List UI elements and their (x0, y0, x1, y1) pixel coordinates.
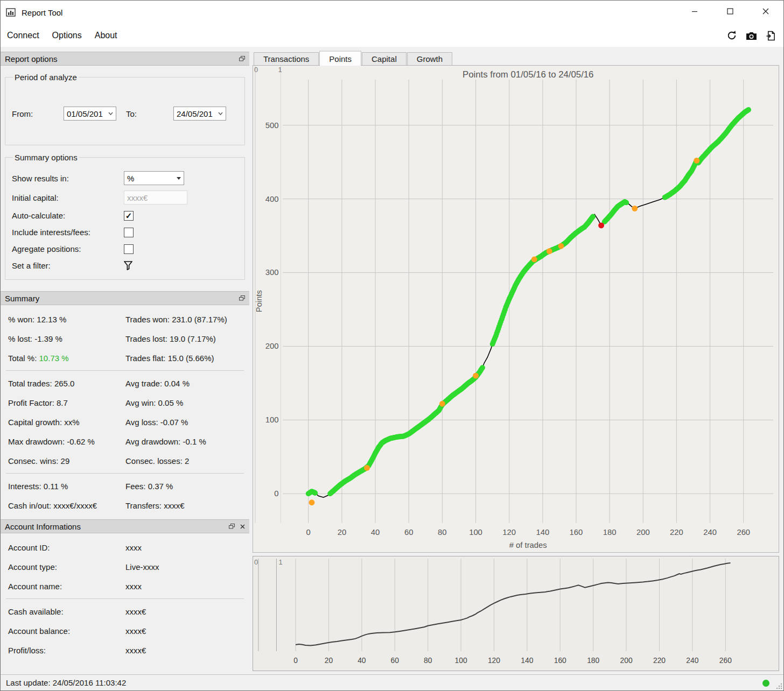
menu-bar: ConnectOptionsAbout (1, 24, 783, 47)
include-interests-label: Include interests/fees: (12, 228, 124, 237)
window-title: Report Tool (22, 8, 62, 17)
summary-left-cell: Profit Factor: 8.7 (8, 398, 125, 407)
close-icon[interactable] (240, 524, 245, 529)
svg-text:300: 300 (265, 268, 279, 277)
summary-left-cell: Cash in/out: xxxx€/xxxx€ (8, 501, 125, 510)
menu-toolbar (726, 30, 783, 41)
summary-row: Total trades: 265.0Avg trade: 0.04 % (1, 373, 249, 393)
app-icon (6, 7, 17, 18)
account-value: xxxx (125, 582, 249, 591)
screenshot-button[interactable] (746, 31, 757, 40)
set-filter-label: Set a filter: (12, 261, 124, 270)
account-value: xxxx€ (125, 646, 249, 655)
menu-options[interactable]: Options (46, 31, 88, 40)
refresh-button[interactable] (726, 30, 737, 41)
svg-text:260: 260 (737, 528, 750, 537)
auto-calculate-checkbox[interactable] (124, 211, 134, 221)
points-chart: 0204060801001201401601802002202402600100… (253, 66, 779, 552)
account-label: Account name: (8, 582, 125, 591)
show-results-row: Show results in: % (12, 168, 238, 188)
summary-row: Total %: 10.73 %Trades flat: 15.0 (5.66%… (1, 348, 249, 368)
svg-text:1: 1 (278, 558, 282, 566)
auto-calculate-label: Auto-calculate: (12, 211, 124, 220)
to-label: To: (126, 109, 173, 118)
auto-calculate-row: Auto-calculate: (12, 207, 238, 224)
svg-text:0: 0 (254, 66, 258, 74)
initial-capital-label: Initial capital: (12, 193, 124, 202)
app-window: Report Tool ConnectOptionsAbout (0, 0, 784, 691)
overview-navigator-panel[interactable]: 02040608010012014016018020022024026001 (253, 556, 779, 671)
svg-text:40: 40 (371, 528, 380, 537)
tab-transactions[interactable]: Transactions (254, 52, 319, 65)
summary-options-groupbox: Summary options Show results in: % Initi… (5, 153, 245, 280)
svg-text:140: 140 (536, 528, 549, 537)
separator (6, 473, 244, 474)
include-interests-checkbox[interactable] (124, 228, 134, 237)
menu-connect[interactable]: Connect (1, 31, 46, 40)
summary-left-cell: Max drawdown: -0.62 % (8, 437, 125, 446)
title-bar: Report Tool (1, 1, 783, 24)
float-icon[interactable] (239, 295, 245, 301)
svg-text:Points: Points (255, 290, 263, 312)
tab-points[interactable]: Points (319, 51, 361, 66)
svg-text:20: 20 (338, 528, 346, 537)
agregate-positions-checkbox[interactable] (124, 244, 134, 254)
overview-navigator-chart[interactable]: 02040608010012014016018020022024026001 (253, 556, 779, 671)
svg-text:0: 0 (274, 489, 278, 498)
svg-text:80: 80 (424, 656, 432, 665)
summary-right-cell: Trades won: 231.0 (87.17%) (125, 315, 249, 324)
svg-text:0: 0 (293, 656, 298, 665)
float-icon[interactable] (229, 524, 235, 529)
to-date-select[interactable]: 24/05/201 (173, 107, 226, 121)
summary-left-cell: Capital growth: xx% (8, 418, 125, 427)
account-row: Account balance:xxxx€ (1, 621, 249, 640)
svg-text:# of trades: # of trades (509, 541, 547, 549)
filter-button[interactable] (124, 261, 132, 270)
summary-row: Max drawdown: -0.62 %Avg drawdown: -0.1 … (1, 432, 249, 451)
from-date-select[interactable]: 01/05/201 (64, 107, 116, 121)
export-button[interactable] (766, 31, 776, 41)
summary-section: % won: 12.13 %Trades won: 231.0 (87.17%)… (1, 305, 249, 515)
svg-text:200: 200 (620, 656, 633, 665)
separator (6, 370, 244, 371)
left-panel: Report options Period of analyze From: 0… (1, 47, 249, 674)
summary-right-cell: Trades lost: 19.0 (7.17%) (125, 334, 249, 343)
account-info-title: Account Informations (5, 522, 229, 531)
tab-capital[interactable]: Capital (362, 52, 407, 65)
svg-text:500: 500 (265, 121, 279, 130)
maximize-icon (727, 8, 733, 15)
resize-grip[interactable] (776, 683, 782, 689)
svg-text:180: 180 (587, 656, 599, 665)
account-value: xxxx€ (125, 626, 249, 636)
account-value: xxxx (125, 543, 249, 552)
maximize-button[interactable] (712, 1, 748, 22)
svg-text:160: 160 (554, 656, 566, 665)
tab-growth[interactable]: Growth (407, 52, 452, 65)
connection-status-indicator (762, 680, 769, 687)
initial-capital-input[interactable] (124, 191, 187, 205)
summary-row: Consec. wins: 29Consec. losses: 2 (1, 451, 249, 470)
close-icon (762, 8, 769, 15)
summary-right-cell: Consec. losses: 2 (125, 456, 249, 466)
export-icon (766, 31, 776, 41)
summary-left-cell: Consec. wins: 29 (8, 456, 125, 466)
svg-text:Points from 01/05/16 to 24/05/: Points from 01/05/16 to 24/05/16 (463, 69, 593, 80)
svg-text:140: 140 (521, 656, 533, 665)
float-icon[interactable] (239, 56, 245, 61)
account-value: xxxx€ (125, 607, 249, 616)
close-button[interactable] (748, 1, 783, 22)
summary-right-cell: Trades flat: 15.0 (5.66%) (125, 354, 249, 363)
minimize-button[interactable] (677, 1, 712, 22)
svg-text:0: 0 (306, 528, 311, 537)
period-groupbox: Period of analyze From: 01/05/201 To: 24… (5, 73, 245, 145)
show-results-select[interactable]: % (124, 171, 184, 185)
summary-row: % lost: -1.39 %Trades lost: 19.0 (7.17%) (1, 329, 249, 348)
to-date-value: 24/05/201 (177, 109, 213, 118)
summary-row: Interests: 0.11 %Fees: 0.37 % (1, 476, 249, 496)
camera-icon (746, 31, 757, 40)
svg-text:220: 220 (670, 528, 683, 537)
summary-left-cell: Interests: 0.11 % (8, 482, 125, 491)
period-title: Period of analyze (13, 73, 79, 82)
svg-text:400: 400 (265, 195, 279, 203)
menu-about[interactable]: About (88, 31, 124, 40)
